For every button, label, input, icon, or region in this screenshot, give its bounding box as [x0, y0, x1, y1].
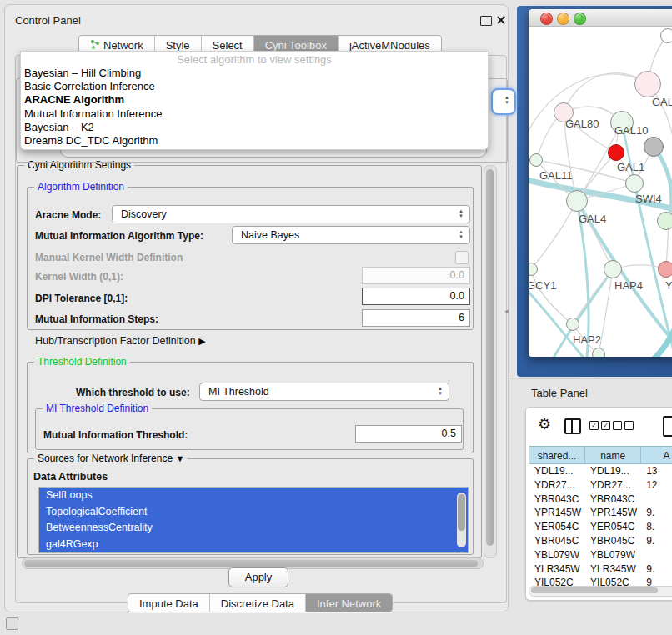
table-cell: YER054C — [585, 520, 641, 534]
mi-type-value: Naive Bayes — [241, 229, 299, 241]
table-cell: 12 — [641, 478, 672, 492]
node-hap4[interactable] — [604, 260, 622, 278]
table-cell: YBR045C — [529, 534, 585, 548]
tab-impute-data[interactable]: Impute Data — [128, 594, 210, 612]
table-row[interactable]: YER054CYER054C8. — [529, 520, 672, 534]
node-gal80-label: GAL80 — [565, 118, 599, 130]
table-cell — [641, 492, 672, 507]
dpi-tolerance-label: DPI Tolerance [0,1]: — [35, 292, 128, 304]
zoom-light-icon[interactable] — [574, 12, 586, 25]
table-row[interactable]: YDR27...YDR27...12 — [529, 478, 672, 492]
node-red[interactable] — [608, 144, 624, 161]
mi-steps-field[interactable]: 6 — [362, 309, 470, 327]
float-window-icon[interactable] — [480, 16, 492, 26]
node-y[interactable] — [658, 261, 672, 278]
aracne-mode-value: Discovery — [121, 208, 167, 220]
table-horizontal-scrollbar[interactable] — [529, 586, 672, 597]
node-hap2[interactable] — [566, 318, 579, 331]
algorithm-combo-focused-fragment[interactable]: ▲▼ — [491, 88, 516, 115]
dropdown-placeholder: Select algorithm to view settings — [21, 52, 488, 67]
which-threshold-combo[interactable]: MI Threshold ▲▼ — [199, 382, 449, 401]
node-hap2-label: HAP2 — [573, 333, 601, 346]
node-bottom[interactable] — [592, 348, 605, 357]
mi-threshold-field[interactable]: 0.5 — [355, 425, 462, 442]
hub-definition-toggle[interactable]: Hub/Transcription Factor Definition ▶ — [35, 335, 206, 347]
algorithm-option[interactable]: Bayesian – Hill Climbing — [21, 67, 488, 80]
kernel-width-field[interactable]: 0.0 — [362, 267, 470, 284]
table-toolbar: ⚙ ✓✓ — [526, 408, 672, 444]
settings-vscroll-thumb[interactable] — [486, 169, 494, 546]
node-gal4[interactable] — [566, 190, 588, 212]
close-light-icon[interactable] — [540, 12, 553, 25]
select-all-checkboxes-icon[interactable]: ✓✓ — [589, 421, 610, 430]
apply-button[interactable]: Apply — [228, 568, 288, 588]
splitter-collapse-icon[interactable]: ◂ — [504, 307, 509, 315]
table-cell — [641, 548, 672, 562]
table-row[interactable]: YLR345WYLR345W9. — [529, 562, 672, 577]
network-canvas[interactable]: GALGAL80GAL10GAL11GAL1GAL4SWI4GCY1HAP4YH… — [529, 27, 672, 357]
data-attributes-list: SelfLoopsTopologicalCoefficientBetweenne… — [38, 487, 469, 553]
gear-icon[interactable]: ⚙ — [538, 415, 551, 433]
data-attributes-label: Data Attributes — [33, 471, 108, 482]
algorithm-dropdown-popup: Select algorithm to view settings Bayesi… — [20, 51, 489, 150]
node-y-label: Y — [665, 279, 672, 292]
algorithm-option[interactable]: Bayesian – K2 — [21, 121, 488, 134]
table-row[interactable]: YBL079WYBL079W — [529, 548, 672, 562]
settings-hscroll-thumb[interactable] — [24, 560, 478, 567]
node-gcy1-label: GCY1 — [529, 279, 556, 292]
algorithm-option[interactable]: Mutual Information Inference — [21, 108, 488, 121]
node-gal1[interactable] — [625, 174, 644, 192]
manual-kernel-checkbox[interactable] — [455, 251, 469, 264]
network-window-titlebar[interactable] — [529, 9, 672, 27]
attribute-item[interactable]: BetweennessCentrality — [39, 520, 468, 537]
node-gal11[interactable] — [529, 153, 543, 167]
node-swi4[interactable] — [657, 212, 672, 230]
sources-group-title[interactable]: Sources for Network Inference ▼ — [34, 452, 188, 464]
tab-discretize-data[interactable]: Discretize Data — [210, 594, 306, 612]
column-header-3[interactable]: A — [641, 446, 672, 464]
table-row[interactable]: YBR043CYBR043C — [529, 492, 672, 507]
node-top-partial[interactable] — [660, 28, 672, 43]
algorithm-option[interactable]: Dream8 DC_TDC Algorithm — [21, 134, 488, 148]
tab-infer-network[interactable]: Infer Network — [306, 594, 392, 612]
attributes-scroll-thumb[interactable] — [458, 494, 465, 531]
mi-steps-label: Mutual Information Steps: — [35, 313, 158, 325]
node-gal-label: GAL — [652, 96, 672, 108]
attribute-item[interactable]: SelfLoops — [39, 488, 468, 504]
which-threshold-value: MI Threshold — [208, 386, 269, 398]
settings-vertical-scrollbar[interactable] — [484, 165, 497, 558]
table-hscroll-thumb[interactable] — [531, 588, 658, 593]
table-cell: YBL079W — [529, 548, 585, 562]
dpi-tolerance-field[interactable]: 0.0 — [362, 288, 470, 305]
column-header-2[interactable]: name — [585, 446, 641, 464]
columns-icon[interactable] — [564, 418, 581, 434]
attribute-item[interactable]: TopologicalCoefficient — [39, 504, 468, 521]
algorithm-option[interactable]: ARACNE Algorithm — [21, 93, 488, 107]
hub-definition-label: Hub/Transcription Factor Definition — [35, 335, 196, 347]
table-cell: 8. — [641, 520, 672, 534]
table-cell: YBR043C — [529, 492, 585, 507]
table-row[interactable]: YDL19...YDL19...13 — [529, 464, 672, 478]
table-header-row: shared...nameA — [529, 446, 672, 464]
combo-spinner-icon: ▲▼ — [459, 208, 464, 218]
node-gal[interactable] — [634, 71, 661, 98]
attribute-item[interactable]: gal4RGexp — [39, 537, 468, 553]
aracne-mode-combo[interactable]: Discovery ▲▼ — [112, 205, 470, 223]
minimize-light-icon[interactable] — [557, 12, 569, 25]
table-row[interactable]: YBR045CYBR045C9. — [529, 534, 672, 548]
mi-type-combo[interactable]: Naive Bayes ▲▼ — [232, 226, 470, 244]
collapsed-arrow-icon: ▶ — [198, 336, 205, 346]
node-gray[interactable] — [644, 137, 664, 157]
collapsed-panel-icon[interactable] — [6, 618, 18, 630]
deselect-all-checkboxes-icon[interactable] — [613, 421, 634, 430]
table-row[interactable]: YPR145WYPR145W9. — [529, 506, 672, 520]
table-panel-divider — [510, 378, 672, 379]
mi-type-label: Mutual Information Algorithm Type: — [35, 230, 203, 242]
attributes-list-scrollbar[interactable] — [457, 492, 466, 548]
close-panel-icon[interactable] — [496, 15, 506, 25]
document-icon[interactable] — [663, 416, 672, 437]
tab-label: Cyni Toolbox — [265, 39, 327, 52]
algorithm-option[interactable]: Basic Correlation Inference — [21, 80, 488, 93]
column-header-1[interactable]: shared... — [529, 446, 585, 464]
combo-spinner-icon: ▲▼ — [459, 229, 464, 239]
